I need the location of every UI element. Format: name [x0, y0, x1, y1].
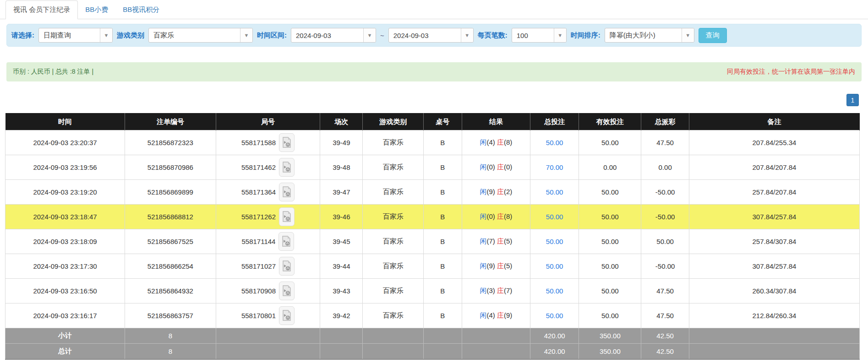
- cell-time: 2024-09-03 23:19:20: [5, 180, 125, 205]
- table-header: 时间注单编号局号场次游戏类别桌号结果总投注有效投注总派彩备注: [5, 114, 860, 130]
- total-count: 8: [125, 328, 216, 344]
- time-sort-label: 时间排序:: [571, 31, 601, 40]
- total-bet-link[interactable]: 50.00: [546, 188, 563, 196]
- total-bet-link[interactable]: 50.00: [546, 213, 563, 221]
- player-label: 闲: [480, 311, 486, 319]
- total-bet-link[interactable]: 50.00: [546, 139, 563, 146]
- cell-payout: 47.50: [641, 279, 689, 303]
- round-id-text: 558170801: [241, 312, 276, 320]
- video-file-icon: [282, 310, 291, 321]
- video-file-icon: [282, 162, 291, 173]
- banker-label: 庄: [497, 262, 504, 270]
- cell-result: 闲(4) 庄(8): [462, 130, 530, 155]
- banker-score: (7): [504, 287, 512, 294]
- cell-total-bet: 70.00: [530, 155, 579, 180]
- banker-label: 庄: [497, 212, 504, 220]
- cell-game-type: 百家乐: [363, 180, 423, 205]
- column-header-8: 有效投注: [579, 114, 641, 130]
- total-bet-link[interactable]: 50.00: [546, 238, 563, 245]
- total-empty-cell: [216, 344, 320, 359]
- cell-table-no: B: [423, 155, 462, 180]
- cell-result: 闲(3) 庄(7): [462, 279, 530, 303]
- page-size-select[interactable]: 100 ▼: [512, 28, 567, 43]
- banker-label: 庄: [497, 237, 504, 245]
- banker-label: 庄: [497, 188, 504, 195]
- pagination: 1: [0, 94, 859, 106]
- total-bet-link[interactable]: 70.00: [546, 163, 563, 171]
- video-file-icon: [282, 137, 291, 148]
- date-from-value: 2024-09-03: [291, 28, 363, 42]
- date-from-select[interactable]: 2024-09-03 ▼: [291, 28, 376, 43]
- total-bet-link[interactable]: 50.00: [546, 287, 563, 295]
- column-header-10: 备注: [689, 114, 859, 130]
- chevron-down-icon[interactable]: ▼: [554, 28, 566, 42]
- video-replay-button[interactable]: [279, 183, 295, 201]
- query-button[interactable]: 查询: [699, 28, 727, 43]
- cell-bet-id: 521856863757: [125, 303, 216, 328]
- cell-valid-bet: 50.00: [579, 254, 641, 279]
- cell-payout: 0.00: [641, 155, 689, 180]
- valid-bet-sum: 350.00: [579, 344, 641, 359]
- video-replay-button[interactable]: [279, 133, 295, 152]
- round-id-text: 558170908: [241, 287, 276, 295]
- chevron-down-icon[interactable]: ▼: [682, 28, 694, 42]
- banker-label: 庄: [497, 138, 504, 146]
- chevron-down-icon[interactable]: ▼: [100, 28, 112, 42]
- banker-score: (8): [504, 138, 512, 146]
- cell-game-type: 百家乐: [363, 254, 423, 279]
- total-bet-link[interactable]: 50.00: [546, 312, 563, 320]
- cell-session: 39-48: [320, 155, 363, 180]
- column-header-4: 游戏类别: [363, 114, 423, 130]
- banker-score: (0): [504, 163, 512, 171]
- tabbar: 视讯 会员下注纪录 BB小费 BB视讯积分: [0, 0, 868, 19]
- video-replay-button[interactable]: [279, 282, 295, 300]
- cell-game-type: 百家乐: [363, 303, 423, 328]
- video-replay-button[interactable]: [279, 207, 295, 226]
- total-empty-cell: [689, 328, 859, 344]
- time-sort-select[interactable]: 降幂(由大到小) ▼: [605, 28, 694, 43]
- cell-total-bet: 50.00: [530, 254, 579, 279]
- query-type-select[interactable]: 日期查询 ▼: [38, 28, 113, 43]
- video-replay-button[interactable]: [279, 158, 295, 177]
- cell-payout: -50.00: [641, 180, 689, 205]
- column-header-9: 总派彩: [641, 114, 689, 130]
- total-bet-sum: 420.00: [530, 328, 579, 344]
- summary-bar: 币别 : 人民币 | 总共 :8 注单 | 同局有效投注，统一计算在该局第一张注…: [6, 62, 862, 81]
- cell-bet-id: 521856870986: [125, 155, 216, 180]
- cell-session: 39-45: [320, 229, 363, 254]
- cell-session: 39-47: [320, 180, 363, 205]
- chevron-down-icon[interactable]: ▼: [461, 28, 473, 42]
- cell-note: 257.84/307.84: [689, 229, 859, 254]
- total-empty-cell: [363, 328, 423, 344]
- table-row: 2024-09-03 23:18:09521856867525558171144…: [5, 229, 860, 254]
- total-bet-link[interactable]: 50.00: [546, 262, 563, 270]
- banker-score: (5): [504, 237, 512, 245]
- cell-valid-bet: 50.00: [579, 180, 641, 205]
- tab-video-bet-records[interactable]: 视讯 会员下注纪录: [5, 0, 78, 19]
- cell-total-bet: 50.00: [530, 229, 579, 254]
- cell-bet-id: 521856866254: [125, 254, 216, 279]
- video-replay-button[interactable]: [278, 232, 294, 251]
- round-id-text: 558171462: [241, 163, 276, 171]
- total-label: 小计: [5, 328, 125, 344]
- date-to-select[interactable]: 2024-09-03 ▼: [388, 28, 474, 43]
- total-empty-cell: [363, 344, 423, 359]
- game-type-value: 百家乐: [149, 28, 240, 42]
- game-type-select[interactable]: 百家乐 ▼: [148, 28, 253, 43]
- chevron-down-icon[interactable]: ▼: [240, 28, 252, 42]
- total-empty-cell: [462, 344, 530, 359]
- cell-game-type: 百家乐: [363, 205, 423, 229]
- tab-bb-tip[interactable]: BB小费: [78, 1, 115, 19]
- tab-bb-video-points[interactable]: BB视讯积分: [115, 1, 167, 19]
- cell-time: 2024-09-03 23:17:30: [5, 254, 125, 279]
- cell-table-no: B: [423, 254, 462, 279]
- page-button-1[interactable]: 1: [846, 94, 859, 106]
- same-round-notice-text: 同局有效投注，统一计算在该局第一张注单内: [727, 68, 855, 76]
- cell-bet-id: 521856867525: [125, 229, 216, 254]
- column-header-1: 注单编号: [125, 114, 216, 130]
- video-replay-button[interactable]: [279, 257, 295, 276]
- chevron-down-icon[interactable]: ▼: [363, 28, 376, 42]
- cell-game-type: 百家乐: [363, 229, 423, 254]
- video-replay-button[interactable]: [279, 306, 295, 325]
- banker-score: (8): [504, 212, 512, 220]
